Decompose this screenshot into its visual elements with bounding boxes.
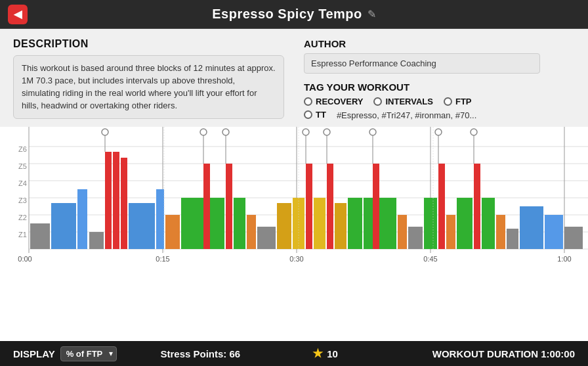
tag-intervals[interactable]: INTERVALS [373, 97, 432, 106]
svg-rect-37 [226, 164, 232, 249]
chart-container: Z6 Z5 Z4 Z3 Z2 Z1 0:00 0:15 0:30 0:45 [0, 127, 588, 341]
tag-intervals-label: INTERVALS [385, 97, 432, 106]
svg-rect-35 [203, 164, 210, 249]
main-content: DESCRIPTION This workout is based around… [0, 29, 588, 366]
svg-text:1:00: 1:00 [557, 255, 571, 263]
back-button[interactable]: ◀ [8, 5, 28, 24]
tag-ftp-label: FTP [455, 97, 472, 106]
workout-chart: Z6 Z5 Z4 Z3 Z2 Z1 0:00 0:15 0:30 0:45 [0, 127, 588, 270]
svg-rect-49 [373, 164, 379, 249]
tag-options: RECOVERY INTERVALS FTP [304, 97, 575, 120]
svg-rect-44 [314, 198, 326, 249]
svg-rect-43 [306, 164, 312, 249]
tag-heading: TAG YOUR WORKOUT [304, 81, 575, 93]
radio-intervals[interactable] [373, 97, 382, 106]
svg-rect-54 [438, 164, 445, 249]
svg-rect-25 [51, 203, 76, 249]
svg-rect-29 [113, 152, 119, 249]
info-section: DESCRIPTION This workout is based around… [0, 29, 588, 127]
svg-rect-36 [211, 198, 224, 249]
svg-rect-61 [520, 206, 543, 249]
svg-text:Z1: Z1 [18, 231, 27, 239]
tag-ftp[interactable]: FTP [444, 97, 472, 106]
stress-points: Stress Points: 66 [138, 348, 262, 359]
svg-rect-52 [408, 227, 423, 249]
radio-recovery[interactable] [304, 97, 312, 106]
display-label: DISPLAY [13, 348, 55, 359]
svg-rect-30 [121, 158, 127, 249]
svg-text:Z2: Z2 [18, 214, 27, 221]
svg-rect-42 [293, 198, 304, 249]
svg-rect-57 [474, 164, 480, 249]
svg-rect-40 [257, 227, 276, 249]
tag-block: TAG YOUR WORKOUT RECOVERY INTERVALS [304, 81, 575, 120]
tag-recovery-label: RECOVERY [316, 97, 363, 106]
author-heading: AUTHOR [304, 38, 575, 49]
display-select[interactable]: % of FTP Watts [60, 346, 117, 361]
tag-hashtags: #Espresso, #Tri247, #ironman, #70... [337, 110, 476, 120]
tag-tt[interactable]: TT [304, 110, 326, 120]
svg-rect-27 [89, 232, 104, 249]
description-heading: DESCRIPTION [13, 38, 284, 50]
tag-row-2: TT #Espresso, #Tri247, #ironman, #70... [304, 109, 575, 120]
star-icon: ★ [312, 346, 323, 361]
tag-tt-label: TT [316, 110, 326, 120]
svg-rect-46 [335, 203, 346, 249]
author-value: Espresso Performance Coaching [304, 53, 540, 74]
svg-text:Z5: Z5 [18, 162, 27, 170]
svg-text:Z4: Z4 [18, 179, 27, 187]
radio-ftp[interactable] [444, 97, 452, 106]
svg-rect-63 [564, 227, 583, 249]
svg-rect-56 [457, 198, 472, 249]
title-bar: ◀ Espresso Spicy Tempo ✎ [0, 0, 588, 29]
svg-rect-60 [507, 229, 518, 249]
svg-rect-58 [482, 198, 495, 249]
rating-section: ★ 10 [262, 346, 387, 361]
radio-tt[interactable] [304, 110, 312, 119]
rating-value: 10 [327, 348, 338, 359]
svg-rect-32 [156, 189, 164, 249]
svg-rect-50 [381, 198, 396, 249]
svg-rect-51 [398, 215, 407, 249]
back-icon: ◀ [14, 8, 22, 20]
display-section: DISPLAY % of FTP Watts [13, 346, 138, 361]
svg-text:0:15: 0:15 [156, 255, 169, 263]
svg-text:0:30: 0:30 [289, 255, 303, 263]
svg-rect-53 [424, 198, 437, 249]
author-block: AUTHOR Espresso Performance Coaching [304, 38, 575, 74]
svg-rect-38 [234, 198, 245, 249]
svg-rect-45 [327, 164, 333, 249]
svg-text:0:00: 0:00 [18, 255, 32, 263]
description-text: This workout is based around three block… [13, 55, 284, 119]
description-block: DESCRIPTION This workout is based around… [13, 38, 284, 120]
svg-rect-55 [446, 215, 455, 249]
svg-rect-26 [77, 189, 87, 249]
svg-text:0:45: 0:45 [423, 255, 437, 263]
svg-text:Z6: Z6 [18, 145, 27, 153]
svg-rect-33 [165, 215, 180, 249]
edit-icon[interactable]: ✎ [368, 8, 376, 20]
svg-rect-39 [247, 215, 256, 249]
tag-recovery[interactable]: RECOVERY [304, 97, 363, 106]
svg-rect-47 [348, 198, 362, 249]
svg-text:Z3: Z3 [18, 196, 27, 204]
bottom-bar: DISPLAY % of FTP Watts Stress Points: 66… [0, 341, 588, 366]
svg-rect-24 [30, 223, 50, 249]
right-block: AUTHOR Espresso Performance Coaching TAG… [304, 38, 575, 120]
svg-rect-59 [496, 215, 505, 249]
tag-row-1: RECOVERY INTERVALS FTP [304, 97, 575, 106]
page-title: Espresso Spicy Tempo [212, 7, 362, 22]
display-select-wrapper[interactable]: % of FTP Watts [60, 346, 117, 361]
svg-rect-62 [545, 215, 563, 249]
svg-rect-28 [105, 152, 112, 249]
svg-rect-31 [129, 203, 155, 249]
svg-rect-41 [277, 203, 291, 249]
workout-duration: WORKOUT DURATION 1:00:00 [388, 348, 575, 359]
